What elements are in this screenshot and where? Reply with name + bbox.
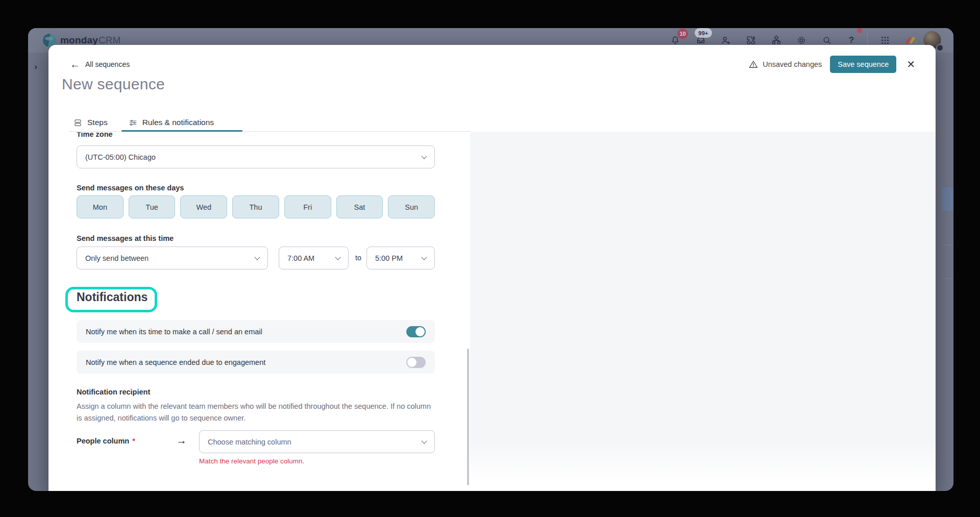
day-button-fri[interactable]: Fri xyxy=(284,195,331,218)
back-label: All sequences xyxy=(85,60,130,68)
day-button-sun[interactable]: Sun xyxy=(388,195,435,218)
people-column-placeholder: Choose matching column xyxy=(208,438,291,446)
time-to-select[interactable]: 5:00 PM xyxy=(366,247,435,269)
time-from-value: 7:00 AM xyxy=(287,254,314,262)
tab-rules-notifications[interactable]: Rules & notifications xyxy=(128,114,214,131)
brand-name: monday xyxy=(60,35,98,46)
timezone-value: (UTC-05:00) Chicago xyxy=(85,153,156,161)
day-button-mon[interactable]: Mon xyxy=(77,195,124,218)
chevron-down-icon xyxy=(421,438,427,444)
bell-badge: 10 xyxy=(677,29,688,39)
background-row-line xyxy=(942,278,953,279)
modal-header-actions: Unsaved changes Save sequence ✕ xyxy=(748,55,917,73)
chevron-down-icon xyxy=(335,254,340,260)
notify-call-email-label: Notify me when its time to make a call /… xyxy=(86,328,262,336)
steps-icon xyxy=(73,118,83,128)
notify-sequence-ended-toggle[interactable] xyxy=(406,357,426,368)
required-asterisk: * xyxy=(132,437,135,445)
chevron-down-icon xyxy=(421,153,427,159)
vertical-scrollbar[interactable] xyxy=(467,349,469,485)
background-row-line xyxy=(942,245,953,245)
people-column-select[interactable]: Choose matching column xyxy=(199,430,435,453)
time-from-select[interactable]: 7:00 AM xyxy=(279,247,349,269)
monday-logo-swoosh xyxy=(45,37,53,40)
help-notification-dot xyxy=(857,28,862,33)
days-label: Send messages on these days xyxy=(77,184,184,192)
timezone-select[interactable]: (UTC-05:00) Chicago xyxy=(77,145,435,168)
notifications-heading: Notifications xyxy=(77,290,148,304)
time-mode-select[interactable]: Only send between xyxy=(77,247,268,269)
new-sequence-modal: ← All sequences Unsaved changes Save seq… xyxy=(48,45,936,491)
close-icon[interactable]: ✕ xyxy=(904,58,917,70)
time-label: Send messages at this time xyxy=(77,234,174,242)
map-arrow-icon: → xyxy=(176,434,187,447)
unsaved-changes-label: Unsaved changes xyxy=(763,60,822,68)
screenshot-stage: monday CRM 10 99+ xyxy=(0,0,980,517)
background-selected-row xyxy=(942,187,953,211)
time-mode-value: Only send between xyxy=(85,254,149,262)
chevron-down-icon xyxy=(254,254,260,260)
inbox-badge: 99+ xyxy=(695,28,712,38)
help-question-mark: ? xyxy=(849,35,854,45)
warning-triangle-icon xyxy=(748,59,758,69)
tab-rules-label: Rules & notifications xyxy=(142,118,214,127)
unsaved-changes-status: Unsaved changes xyxy=(748,59,822,69)
people-column-error: Match the relevant people column. xyxy=(199,457,304,465)
day-button-sat[interactable]: Sat xyxy=(336,195,383,218)
notify-sequence-ended-label: Notify me when a sequence ended due to e… xyxy=(86,358,265,366)
people-column-label: People column* xyxy=(77,437,135,445)
product-name: CRM xyxy=(99,35,120,46)
notify-call-email-toggle[interactable] xyxy=(406,326,426,337)
toggle-knob xyxy=(407,358,416,367)
day-button-thu[interactable]: Thu xyxy=(232,195,279,218)
day-button-tue[interactable]: Tue xyxy=(129,195,176,218)
tab-steps-label: Steps xyxy=(87,118,108,127)
recipient-description: Assign a column with the relevant team m… xyxy=(77,401,437,424)
page-title: New sequence xyxy=(62,76,165,93)
timezone-label-clipped: Time zone xyxy=(77,132,179,140)
app-window: monday CRM 10 99+ xyxy=(28,28,953,491)
notify-sequence-ended-row: Notify me when a sequence ended due to e… xyxy=(77,351,435,374)
time-join-word: to xyxy=(355,254,361,262)
modal-tabs: Steps Rules & notifications xyxy=(73,114,214,131)
sidebar-expand-icon[interactable]: › xyxy=(30,61,42,73)
day-button-wed[interactable]: Wed xyxy=(180,195,227,218)
rules-sliders-icon xyxy=(128,118,138,128)
active-tab-underline xyxy=(121,130,242,132)
back-to-all-sequences[interactable]: ← All sequences xyxy=(70,58,130,70)
preview-panel xyxy=(470,132,936,491)
recipient-label: Notification recipient xyxy=(77,388,150,396)
save-sequence-button[interactable]: Save sequence xyxy=(830,56,896,73)
time-to-value: 5:00 PM xyxy=(375,254,403,262)
notify-call-email-row: Notify me when its time to make a call /… xyxy=(77,320,435,343)
days-button-group: Mon Tue Wed Thu Fri Sat Sun xyxy=(77,195,435,218)
avatar-status-badge xyxy=(936,44,944,52)
toggle-knob xyxy=(415,327,425,336)
tab-steps[interactable]: Steps xyxy=(73,114,108,131)
back-arrow-icon: ← xyxy=(70,59,80,69)
chevron-down-icon xyxy=(421,254,427,260)
